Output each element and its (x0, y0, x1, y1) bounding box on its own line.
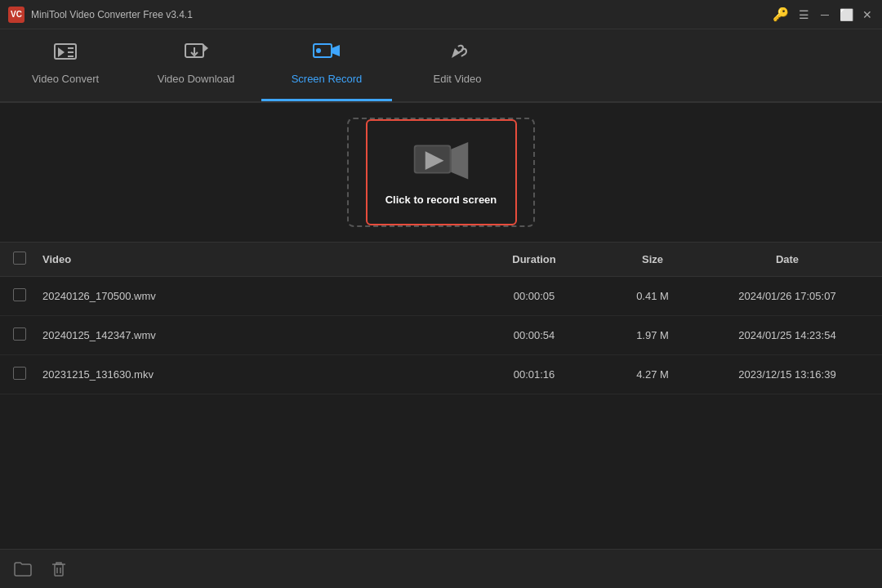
table-row: 20240125_142347.wmv 00:00:54 1.97 M 2024… (0, 316, 882, 355)
row-size: 1.97 M (599, 329, 706, 341)
tab-video-convert[interactable]: Video Convert (0, 28, 131, 101)
table-row: 20240126_170500.wmv 00:00:05 0.41 M 2024… (0, 277, 882, 316)
row-date: 2024/01/26 17:05:07 (706, 290, 869, 302)
svg-marker-8 (332, 45, 340, 56)
video-download-icon (184, 42, 208, 66)
row-video-name: 20231215_131630.mkv (42, 368, 469, 381)
svg-marker-5 (203, 44, 208, 52)
tab-edit-video-label: Edit Video (433, 73, 481, 85)
row-video-name: 20240126_170500.wmv (42, 290, 469, 302)
table-header: Video Duration Size Date (0, 243, 882, 277)
row-checkbox-cell (13, 288, 42, 304)
row-checkbox-cell (13, 367, 42, 382)
row-select-checkbox[interactable] (13, 327, 26, 341)
folder-icon (14, 562, 32, 577)
tab-video-download[interactable]: Video Download (131, 28, 261, 101)
select-all-checkbox[interactable] (13, 252, 26, 265)
row-duration: 00:01:16 (469, 368, 599, 381)
camera-record-icon (412, 139, 470, 184)
app-icon: VC (8, 7, 24, 23)
title-bar-left: VC MiniTool Video Converter Free v3.4.1 (8, 7, 193, 23)
row-video-name: 20240125_142347.wmv (42, 329, 469, 341)
title-text: MiniTool Video Converter Free v3.4.1 (31, 9, 193, 20)
column-header-duration: Duration (469, 253, 599, 265)
edit-video-icon (445, 42, 470, 66)
row-select-checkbox[interactable] (13, 367, 26, 380)
tab-edit-video[interactable]: Edit Video (392, 28, 523, 101)
restore-button[interactable]: ⬜ (840, 8, 853, 21)
tab-screen-record-label: Screen Record (292, 73, 363, 85)
open-folder-button[interactable] (11, 558, 34, 581)
column-header-date: Date (706, 253, 869, 265)
table-row: 20231215_131630.mkv 00:01:16 4.27 M 2023… (0, 355, 882, 394)
title-bar: VC MiniTool Video Converter Free v3.4.1 … (0, 0, 882, 29)
row-checkbox-cell (13, 327, 42, 343)
svg-point-9 (316, 48, 321, 53)
row-date: 2023/12/15 13:16:39 (706, 368, 869, 381)
record-label: Click to record screen (385, 194, 497, 206)
svg-rect-15 (55, 564, 63, 576)
title-bar-controls: 🔑 ☰ ─ ⬜ ✕ (773, 7, 874, 22)
bottom-toolbar (0, 549, 882, 588)
nav-tabs: Video Convert Video Download Screen Reco… (0, 29, 882, 103)
tab-video-download-label: Video Download (158, 73, 234, 85)
row-size: 4.27 M (599, 368, 706, 381)
delete-button[interactable] (47, 558, 70, 581)
key-icon: 🔑 (773, 7, 789, 22)
row-duration: 00:00:05 (469, 290, 599, 302)
svg-marker-12 (451, 142, 468, 180)
column-header-video: Video (42, 253, 469, 265)
table-area: Video Duration Size Date 20240126_170500… (0, 242, 882, 394)
header-checkbox-cell (13, 252, 42, 267)
column-header-size: Size (599, 253, 706, 265)
row-duration: 00:00:54 (469, 329, 599, 341)
tab-video-convert-label: Video Convert (32, 73, 99, 85)
trash-icon (51, 561, 66, 577)
minimize-button[interactable]: ─ (818, 8, 831, 21)
row-size: 0.41 M (599, 290, 706, 302)
screen-record-icon (313, 42, 341, 66)
row-date: 2024/01/25 14:23:54 (706, 329, 869, 341)
main-content: Click to record screen (0, 103, 882, 242)
tab-screen-record[interactable]: Screen Record (261, 28, 392, 101)
video-convert-icon (53, 42, 78, 66)
hamburger-button[interactable]: ☰ (797, 8, 810, 21)
record-area[interactable]: Click to record screen (347, 118, 535, 227)
row-select-checkbox[interactable] (13, 288, 26, 301)
record-button[interactable]: Click to record screen (366, 119, 517, 225)
close-button[interactable]: ✕ (861, 8, 874, 21)
